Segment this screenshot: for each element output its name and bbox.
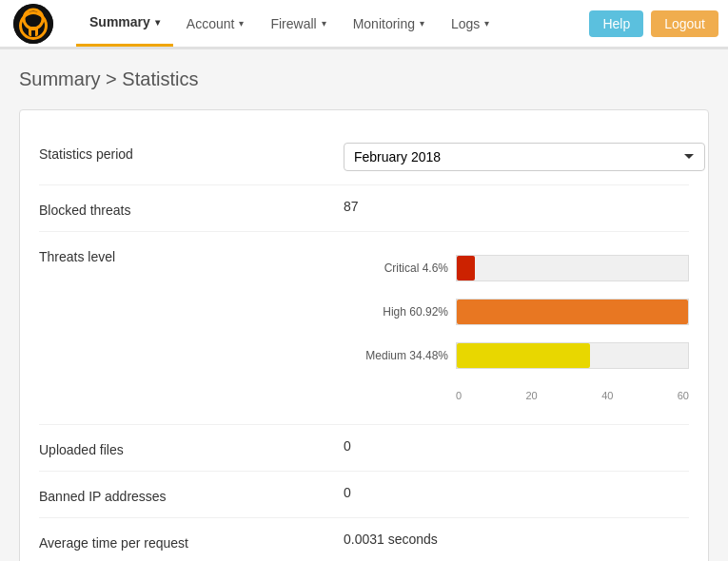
axis-label-2: 40: [601, 390, 613, 401]
uploaded-value: 0: [344, 438, 351, 454]
logout-button[interactable]: Logout: [651, 10, 718, 37]
chart-bar-fill-0: [457, 256, 475, 280]
nav-logs[interactable]: Logs ▾: [438, 0, 502, 47]
nav-summary-caret: ▾: [155, 17, 160, 28]
threats-chart: Critical 4.6%High 60.92%Medium 34.48% 02…: [344, 245, 689, 411]
chart-bar-track-2: [456, 342, 689, 369]
nav-account-label: Account: [187, 16, 235, 31]
svg-rect-3: [31, 30, 35, 36]
breadcrumb: Summary > Statistics: [19, 68, 709, 90]
nav-firewall-caret: ▾: [322, 18, 326, 29]
avg-value: 0.0031 seconds: [344, 532, 438, 547]
banned-value: 0: [344, 485, 351, 500]
blocked-row: Blocked threats 87: [39, 185, 689, 232]
svg-rect-2: [29, 27, 38, 36]
nav-right: Help Logout: [589, 10, 718, 37]
blocked-label: Blocked threats: [39, 199, 344, 218]
chart-bar-track-0: [456, 255, 689, 281]
chart-bar-row-0: Critical 4.6%: [344, 255, 689, 281]
nav-account-caret: ▾: [239, 18, 244, 29]
nav-monitoring-caret: ▾: [420, 18, 424, 29]
period-row: Statistics period February 2018 January …: [39, 129, 689, 185]
avg-label: Average time per request: [39, 532, 344, 551]
main-content: Summary > Statistics Statistics period F…: [0, 49, 728, 561]
brand-icon: [13, 4, 53, 44]
nav-firewall[interactable]: Firewall ▾: [257, 0, 339, 47]
period-label: Statistics period: [39, 143, 344, 162]
nav-monitoring-label: Monitoring: [353, 16, 415, 31]
chart-bar-track-1: [456, 299, 689, 325]
nav-monitoring[interactable]: Monitoring ▾: [340, 0, 438, 47]
banned-label: Banned IP addresses: [39, 485, 344, 504]
period-select-wrapper: February 2018 January 2018 December 2017: [344, 143, 705, 171]
chart-bar-label-1: High 60.92%: [344, 305, 448, 319]
help-button[interactable]: Help: [589, 10, 643, 37]
axis-label-1: 20: [526, 390, 538, 401]
nav-items: Summary ▾ Account ▾ Firewall ▾ Monitorin…: [76, 0, 589, 47]
avg-row: Average time per request 0.0031 seconds: [39, 518, 689, 561]
threats-row: Threats level Critical 4.6%High 60.92%Me…: [39, 232, 689, 425]
statistics-card: Statistics period February 2018 January …: [19, 109, 709, 561]
axis-label-0: 0: [456, 390, 462, 401]
nav-account[interactable]: Account ▾: [173, 0, 258, 47]
nav-logs-caret: ▾: [484, 18, 489, 29]
nav-summary-label: Summary: [89, 14, 150, 29]
brand-logo: [10, 0, 57, 48]
nav-summary[interactable]: Summary ▾: [76, 0, 173, 47]
uploaded-row: Uploaded files 0: [39, 425, 689, 472]
chart-axis: 0204060: [456, 386, 689, 401]
chart-bar-fill-1: [457, 300, 688, 324]
chart-bar-row-2: Medium 34.48%: [344, 342, 689, 369]
nav-logs-label: Logs: [451, 16, 480, 31]
nav-firewall-label: Firewall: [270, 16, 316, 31]
blocked-value: 87: [344, 199, 359, 214]
banned-row: Banned IP addresses 0: [39, 472, 689, 518]
chart-bars: Critical 4.6%High 60.92%Medium 34.48%: [344, 255, 689, 369]
threats-label: Threats level: [39, 245, 344, 264]
axis-label-3: 60: [678, 390, 689, 401]
period-select[interactable]: February 2018 January 2018 December 2017: [344, 143, 705, 171]
chart-bar-row-1: High 60.92%: [344, 299, 689, 325]
svg-point-1: [24, 10, 43, 29]
chart-bar-label-2: Medium 34.48%: [344, 349, 448, 362]
chart-bar-fill-2: [457, 343, 590, 368]
chart-bar-label-0: Critical 4.6%: [344, 261, 448, 275]
uploaded-label: Uploaded files: [39, 438, 344, 457]
navbar: Summary ▾ Account ▾ Firewall ▾ Monitorin…: [0, 0, 728, 49]
